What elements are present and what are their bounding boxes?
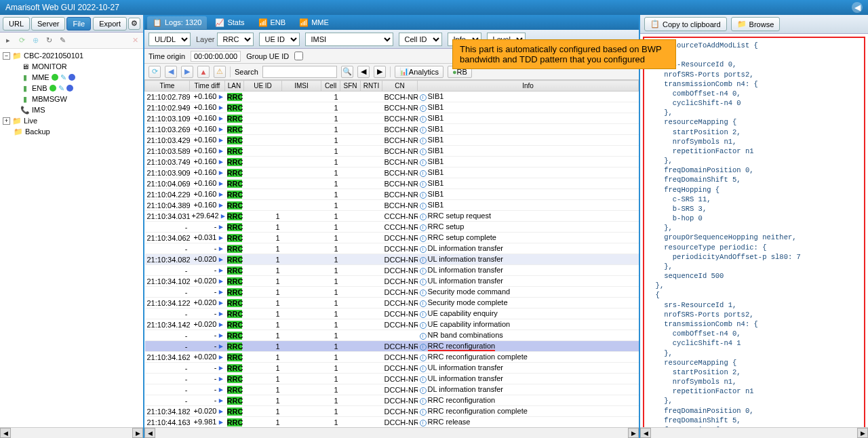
warn-icon[interactable]: ▲ (197, 66, 210, 78)
table-row[interactable]: 21:10:03.589+0.160 ▸RRC1BCCH-NRiSIB1 (145, 146, 639, 157)
table-row[interactable]: 21:10:02.949+0.160 ▸RRC1BCCH-NRiSIB1 (145, 102, 639, 113)
col-cell[interactable]: Cell (321, 81, 340, 92)
analytics-button[interactable]: 📊Analytics (395, 66, 443, 78)
table-row[interactable]: -- ▸RRC11DCCH-NRiSecurity mode command (145, 287, 639, 298)
table-row[interactable]: 21:10:34.102+0.020 ▸RRC11DCCH-NRiUL info… (145, 276, 639, 287)
col-ueid[interactable]: UE ID (244, 81, 282, 92)
table-row[interactable]: 21:10:34.082+0.020 ▸RRC11DCCH-NRiUL info… (145, 254, 639, 265)
col-imsi[interactable]: IMSI (282, 81, 321, 92)
col-lan[interactable]: LAN (225, 81, 244, 92)
tree-backup[interactable]: 📁 Backup (0, 126, 143, 137)
table-row[interactable]: 21:10:04.389+0.160 ▸RRC1BCCH-NRiSIB1 (145, 200, 639, 211)
time-origin-value[interactable]: 00:00:00.000 (191, 51, 241, 62)
minus-icon[interactable]: − (3, 52, 10, 60)
table-row[interactable]: 21:10:34.182+0.020 ▸RRC11DCCH-NRiRRC rec… (145, 406, 639, 417)
table-row[interactable]: 21:10:44.163+9.981 ▸RRC11DCCH-NRiRRC rel… (145, 417, 639, 428)
table-row[interactable]: 21:10:03.749+0.160 ▸RRC1BCCH-NRiSIB1 (145, 157, 639, 167)
table-row[interactable]: -- ▸RRC11DCCH-NRiRRC reconfiguration (145, 341, 639, 352)
table-row[interactable]: 21:10:34.142+0.020 ▸RRC11DCCH-NRiUE capa… (145, 319, 639, 330)
gear-icon[interactable]: ⚙ (128, 18, 140, 30)
table-row[interactable]: -- ▸RRC11DCCH-NRiUL information transfer (145, 374, 639, 384)
imsi-select[interactable]: IMSI (305, 33, 393, 46)
expand-icon[interactable]: ▸ (3, 35, 14, 46)
scroll-left-icon[interactable]: ◀ (640, 428, 651, 438)
edit-icon[interactable]: ✎ (58, 84, 64, 93)
url-tab[interactable]: URL (3, 17, 30, 31)
col-rnti[interactable]: RNTI (361, 81, 382, 92)
tree-ims[interactable]: 📞 IMS (0, 104, 143, 115)
alert-icon[interactable]: ⚠ (214, 66, 226, 78)
col-diff[interactable]: Time diff (190, 81, 225, 92)
scroll-left-icon[interactable]: ◀ (0, 428, 11, 438)
tree-live[interactable]: + 📁 Live (0, 115, 143, 126)
table-row[interactable]: -- ▸RRC11DCCH-NRiUL information transfer (145, 363, 639, 374)
uldl-select[interactable]: UL/DL (149, 33, 191, 46)
search-input[interactable] (262, 66, 337, 78)
col-cn[interactable]: CN (382, 81, 418, 92)
refresh-icon[interactable]: ⟳ (16, 35, 27, 46)
tree-monitor[interactable]: 🖥 MONITOR (0, 61, 143, 72)
edit-icon[interactable]: ✎ (60, 73, 66, 82)
tab-logs[interactable]: 📋Logs: 1320 (147, 16, 207, 29)
table-row[interactable]: -- ▸RRC11DCCH-NRiUE capability enquiry (145, 308, 639, 319)
next-icon[interactable]: ▶ (374, 66, 386, 78)
edit-icon[interactable]: ✎ (57, 35, 68, 46)
table-row[interactable]: 21:10:04.229+0.160 ▸RRC1BCCH-NRiSIB1 (145, 189, 639, 200)
forward-icon[interactable]: ▶ (181, 66, 193, 78)
back-icon[interactable]: ◀ (165, 66, 177, 78)
tree-root[interactable]: − 📁 CBC-2021050101 (0, 50, 143, 61)
layer-select[interactable]: RRC (217, 33, 254, 46)
log-table-wrap[interactable]: Time Time diff LAN UE ID IMSI Cell SFN R… (144, 80, 639, 427)
play-icon[interactable] (68, 74, 75, 81)
table-row[interactable]: -- ▸RRC11DCCH-NRiDL information transfer (145, 384, 639, 395)
search-icon[interactable]: 🔍 (341, 66, 353, 78)
col-sfn[interactable]: SFN (340, 81, 361, 92)
cellid-select[interactable]: Cell ID (399, 33, 442, 46)
tab-enb[interactable]: 📶ENB (253, 16, 292, 29)
tree-mme[interactable]: ▮ MME ✎ (0, 72, 143, 83)
code-wrap[interactable]: srs-ResourceToAddModList { { srs-Resourc… (640, 34, 868, 427)
table-row[interactable]: -- ▸RRC11DCCH-NRiDL information transfer (145, 265, 639, 276)
center-hscroll[interactable]: ◀ ▶ (144, 427, 639, 438)
reload-icon[interactable]: ↻ (43, 35, 54, 46)
table-row[interactable]: 21:10:34.031+29.642 ▸RRC11CCCH-NRiRRC se… (145, 211, 639, 222)
right-hscroll[interactable]: ◀ ▶ (640, 427, 868, 438)
group-ueid-checkbox[interactable] (294, 52, 303, 60)
tab-mme[interactable]: 📶MME (294, 16, 334, 29)
scroll-right-icon[interactable]: ▶ (132, 428, 143, 438)
hscrollbar[interactable]: ◀ ▶ (0, 427, 143, 438)
scroll-right-icon[interactable]: ▶ (857, 428, 868, 438)
browse-button[interactable]: 📁Browse (731, 17, 781, 31)
export-button[interactable]: Export (93, 17, 127, 31)
table-row[interactable]: -- ▸RRC11iNR band combinations (145, 330, 639, 341)
table-row[interactable]: 21:10:34.062+0.031 ▸RRC11DCCH-NRiRRC set… (145, 233, 639, 243)
table-row[interactable]: -- ▸RRC11DCCH-NRiDL information transfer (145, 243, 639, 254)
plus-icon[interactable]: + (3, 117, 10, 125)
refresh-icon[interactable]: ⟳ (149, 66, 161, 78)
table-row[interactable]: 21:10:04.069+0.160 ▸RRC1BCCH-NRiSIB1 (145, 178, 639, 189)
clone-icon[interactable]: ⊕ (30, 35, 41, 46)
tree-mbmsgw[interactable]: ▮ MBMSGW (0, 94, 143, 104)
table-row[interactable]: 21:10:03.109+0.160 ▸RRC1BCCH-NRiSIB1 (145, 113, 639, 124)
server-tab[interactable]: Server (31, 17, 65, 31)
scroll-left-icon[interactable]: ◀ (144, 428, 155, 438)
col-time[interactable]: Time (145, 81, 190, 92)
table-row[interactable]: -- ▸RRC11CCCH-NRiRRC setup (145, 222, 639, 233)
table-row[interactable]: 21:10:02.789+0.160 ▸RRC1BCCH-NRiSIB1 (145, 92, 639, 102)
ueid-select[interactable]: UE ID (259, 33, 300, 46)
table-row[interactable]: 21:10:34.162+0.020 ▸RRC11DCCH-NRiRRC rec… (145, 352, 639, 363)
collapse-icon[interactable]: ◀ (852, 2, 863, 13)
table-row[interactable]: 21:10:03.269+0.160 ▸RRC1BCCH-NRiSIB1 (145, 124, 639, 135)
col-info[interactable]: Info (418, 81, 639, 92)
copy-button[interactable]: 📋Copy to clipboard (644, 17, 727, 31)
tree-enb[interactable]: ▮ ENB ✎ (0, 83, 143, 94)
table-row[interactable]: 21:10:34.122+0.020 ▸RRC11DCCH-NRiSecurit… (145, 298, 639, 308)
table-row[interactable]: -- ▸RRC11DCCH-NRiRRC reconfiguration (145, 395, 639, 406)
table-row[interactable]: 21:10:03.909+0.160 ▸RRC1BCCH-NRiSIB1 (145, 167, 639, 178)
file-tab[interactable]: File (66, 17, 91, 31)
play-icon[interactable] (66, 85, 73, 92)
prev-icon[interactable]: ◀ (357, 66, 370, 78)
tab-stats[interactable]: 📈Stats (210, 16, 250, 29)
close-icon[interactable]: ✕ (130, 35, 140, 46)
table-row[interactable]: 21:10:03.429+0.160 ▸RRC1BCCH-NRiSIB1 (145, 135, 639, 146)
